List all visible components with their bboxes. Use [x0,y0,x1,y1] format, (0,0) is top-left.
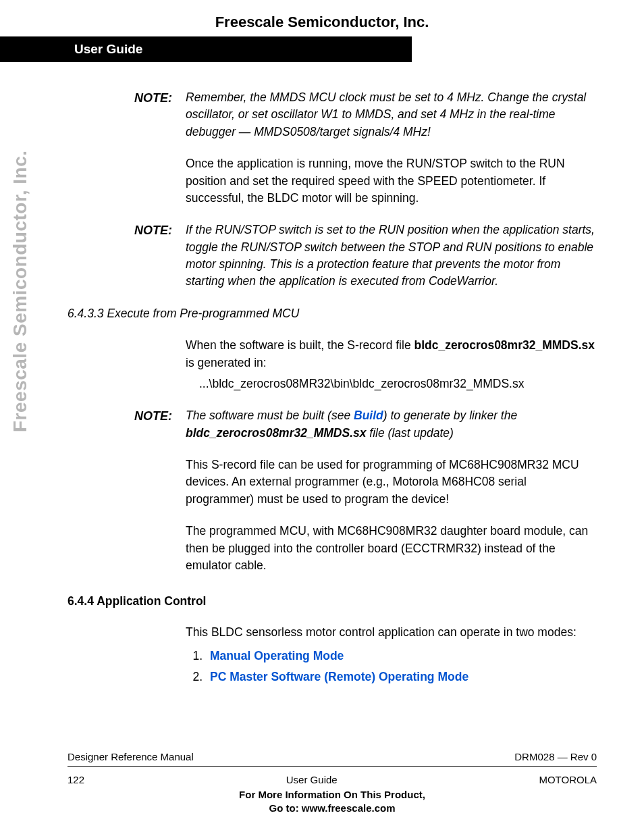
build-link[interactable]: Build [354,409,383,422]
text-run: This BLDC sensorless motor control appli… [186,625,576,639]
note-block-3: NOTE: The software must be built (see Bu… [68,407,597,442]
paragraph-text: Once the application is running, move th… [186,155,597,207]
paragraph-block: The programmed MCU, with MC68HC908MR32 d… [68,523,597,574]
note-label: NOTE: [68,221,186,290]
filename: bldc_zerocros08mr32_MMDS.sx [186,426,366,440]
paragraph-text: This S-record file can be used for progr… [186,457,597,508]
text-run: file (last update) [366,426,453,440]
note-body: If the RUN/STOP switch is set to the RUN… [186,221,597,290]
page-number: 122 [68,774,84,785]
footer-doc-rev: DRM028 — Rev 0 [514,751,597,762]
note-body: Remember, the MMDS MCU clock must be set… [186,89,597,140]
text-run: is generated in: [186,356,267,369]
text-run: When the software is built, the S-record… [186,338,414,352]
section-heading: 6.4.4 Application Control [68,593,597,610]
filename: bldc_zerocros08mr32_MMDS.sx [414,338,594,352]
vertical-company-label: Freescale Semiconductor, Inc. [9,150,31,432]
section-bar: User Guide [0,36,412,62]
paragraph-text: When the software is built, the S-record… [186,337,597,392]
paragraph-block: Once the application is running, move th… [68,155,597,207]
note-label: NOTE: [68,89,186,140]
page-footer: Designer Reference Manual DRM028 — Rev 0… [68,751,597,816]
paragraph-text: This BLDC sensorless motor control appli… [186,624,597,690]
manual-mode-link[interactable]: Manual Operating Mode [210,649,344,662]
footer-manual-title: Designer Reference Manual [68,751,194,762]
footer-more-info: For More Information On This Product, Go… [68,788,597,816]
note-block-1: NOTE: Remember, the MMDS MCU clock must … [68,89,597,140]
paragraph-text: The programmed MCU, with MC68HC908MR32 d… [186,523,597,574]
list-item: PC Master Software (Remote) Operating Mo… [206,669,597,685]
note-body: The software must be built (see Build) t… [186,407,597,442]
mode-list: Manual Operating Mode PC Master Software… [206,648,597,686]
text-run: ) to generate by linker the [383,409,517,422]
footer-line1: For More Information On This Product, [68,788,597,802]
file-path: ...\bldc_zerocros08MR32\bin\bldc_zerocro… [199,375,597,392]
list-item: Manual Operating Mode [206,648,597,664]
pc-master-mode-link[interactable]: PC Master Software (Remote) Operating Mo… [210,670,468,683]
footer-section: User Guide [286,774,338,785]
page-content: NOTE: Remember, the MMDS MCU clock must … [0,62,644,690]
note-label: NOTE: [68,407,186,442]
note-block-2: NOTE: If the RUN/STOP switch is set to t… [68,221,597,290]
footer-url: Go to: www.freescale.com [68,802,597,815]
subsection-heading: 6.4.3.3 Execute from Pre-programmed MCU [68,305,597,322]
paragraph-block: When the software is built, the S-record… [68,337,597,392]
company-header: Freescale Semiconductor, Inc. [0,0,644,36]
footer-brand: MOTOROLA [539,774,597,785]
paragraph-block: This S-record file can be used for progr… [68,457,597,508]
paragraph-block: This BLDC sensorless motor control appli… [68,624,597,690]
text-run: The software must be built (see [186,409,354,422]
